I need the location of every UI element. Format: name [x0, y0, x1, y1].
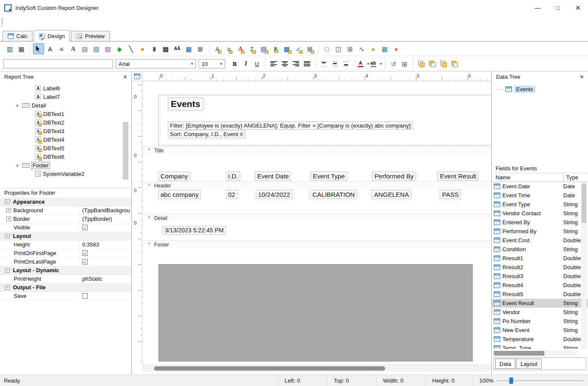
header-label-event-result[interactable]: Event Result	[438, 172, 478, 181]
tab-calc[interactable]: Calc	[3, 31, 33, 41]
image-tool-button[interactable]: ▨	[102, 43, 113, 54]
data-tree-horizontal-scrollbar[interactable]	[494, 350, 577, 356]
property-row-printonlastpage[interactable]: PrintOnLastPage✓	[0, 258, 131, 266]
property-row-printonfirstpage[interactable]: PrintOnFirstPage✓	[0, 249, 131, 258]
shape-tool-button[interactable]: ◆	[114, 43, 125, 54]
checkbox-icon[interactable]: ✓	[82, 225, 88, 230]
tab-layout[interactable]: Layout	[516, 359, 541, 369]
header-label-event-date[interactable]: Event Date	[255, 172, 291, 181]
toolbar-grip[interactable]	[1, 18, 3, 27]
pivot-tool-button[interactable]: ▦	[379, 43, 390, 54]
column-header-type[interactable]: Type	[563, 173, 588, 181]
send-to-back-button[interactable]	[427, 59, 438, 69]
property-row-border[interactable]: +Border(TppBorder)	[0, 215, 131, 223]
bring-forward-button[interactable]	[438, 59, 449, 69]
report-tree-scrollbar[interactable]	[123, 83, 128, 189]
field-row-po-number[interactable]: Po NumberString	[492, 317, 588, 326]
property-row-visible[interactable]: Visible✓	[0, 223, 131, 232]
minimize-button[interactable]: —	[528, 0, 548, 15]
footer-date-label[interactable]: 3/13/2023 5:22:45 PM	[163, 226, 226, 235]
valign-bottom-button[interactable]	[341, 59, 351, 69]
underline-button[interactable]: U	[252, 59, 262, 69]
property-row-save[interactable]: Save	[0, 292, 131, 300]
field-row-condition[interactable]: ConditionString	[492, 245, 588, 254]
barcode-tool-button[interactable]: |||	[148, 43, 160, 54]
tree-item-detail[interactable]: ∨Detail	[0, 101, 131, 110]
sort-label[interactable]: Sort: Company, I.D., Event #	[168, 130, 245, 138]
checkbox-icon[interactable]: ✓	[82, 259, 88, 264]
scrollbar-thumb[interactable]	[123, 122, 128, 180]
property-group-layout-dynamic[interactable]: −Layout - Dynamic	[0, 266, 131, 275]
italic-button[interactable]: I	[241, 59, 251, 69]
bring-to-front-button[interactable]	[416, 59, 427, 69]
header-label-i-d[interactable]: I.D.	[226, 172, 240, 181]
design-canvas[interactable]: Events Filter: [Employee is (exactly) AN…	[143, 81, 491, 365]
property-group-output-file[interactable]: −Output - File	[0, 283, 131, 292]
dbcalc-tool-button[interactable]: Σ	[246, 43, 258, 54]
field-row-event-cost[interactable]: Event CostDouble	[492, 236, 588, 245]
chart-tool-button[interactable]: ●	[137, 43, 148, 54]
tree-expand-icon[interactable]: ∨	[15, 103, 20, 108]
band-collapse-icon[interactable]: ^	[148, 216, 150, 220]
tree-item-footer[interactable]: ∨Footer	[0, 161, 131, 169]
wizard-tool-button[interactable]: ♦	[391, 43, 402, 54]
property-value[interactable]: (TppBorder)	[79, 215, 131, 223]
signal-tool-button[interactable]: ∿	[356, 43, 367, 54]
field-row-rresult2[interactable]: Rresult2Double	[492, 263, 588, 272]
tree-item-dbtext5[interactable]: ADBText5	[0, 144, 131, 152]
checkbox-icon[interactable]	[82, 293, 88, 299]
detail-value-10-24-2022[interactable]: 10/24/2022	[256, 190, 292, 199]
expand-box-icon[interactable]: +	[6, 208, 11, 213]
report-outline-button[interactable]: ▥	[4, 43, 15, 54]
close-icon[interactable]: ×	[580, 74, 584, 80]
expand-box-icon[interactable]: +	[6, 217, 11, 221]
property-group-appearance[interactable]: −Appearance	[0, 198, 131, 206]
select-tool-button[interactable]	[33, 43, 44, 54]
property-value[interactable]: ✓	[79, 249, 131, 257]
band-collapse-icon[interactable]: ^	[148, 148, 150, 153]
scrollbar-thumb[interactable]	[582, 184, 586, 223]
field-row-rresult5[interactable]: Rresult5Double	[492, 290, 588, 299]
dbchart-tool-button[interactable]: ⊠	[304, 43, 315, 54]
align-right-button[interactable]	[291, 59, 301, 69]
grid-tool-button[interactable]: ▦	[183, 43, 194, 54]
field-row-event-date[interactable]: Event DateDate	[492, 182, 588, 191]
dbrichtext-tool-button[interactable]: A	[235, 43, 246, 54]
tree-item-dbtext1[interactable]: ADBText1	[0, 110, 131, 118]
close-button[interactable]: ×	[568, 0, 588, 15]
pagebreak-tool-button[interactable]: ⊞	[344, 43, 356, 54]
field-row-event-result[interactable]: Event ResultString	[492, 299, 588, 308]
dbcheckbox-tool-button[interactable]: ✓	[293, 43, 304, 54]
field-row-rresult3[interactable]: Rresult3Double	[492, 272, 588, 281]
fields-scrollbar[interactable]	[581, 182, 587, 349]
borders-button[interactable]: ⊞	[399, 59, 410, 69]
detail-value-pass[interactable]: PASS	[440, 190, 461, 199]
field-row-temperature[interactable]: TemperatureDouble	[492, 335, 588, 344]
maximize-button[interactable]: □	[548, 0, 568, 15]
dbtext-tool-button[interactable]: A	[212, 43, 223, 54]
property-group-layout[interactable]: −Layout	[0, 232, 131, 241]
property-row-height[interactable]: Height0.3583	[0, 241, 131, 249]
font-name-select[interactable]: Arial ▾	[116, 59, 196, 68]
field-row-new-event[interactable]: New EventString	[492, 326, 588, 335]
subreport-tool-button[interactable]: ◫	[333, 43, 344, 54]
detail-value-angelena[interactable]: ANGELENA	[372, 190, 411, 199]
dbimage-tool-button[interactable]: ▨	[258, 43, 269, 54]
bold-button[interactable]: B	[229, 59, 240, 69]
collapse-box-icon[interactable]: −	[5, 268, 10, 273]
tree-item-events[interactable]: Events	[492, 85, 588, 93]
property-row-printheight[interactable]: PrintHeightphStatic	[0, 275, 131, 283]
memo-tool-button[interactable]: ≡	[56, 43, 67, 54]
tree-item-dbtext6[interactable]: ADBText6	[0, 152, 131, 161]
align-center-button[interactable]	[279, 59, 290, 69]
tree-item-dbtext4[interactable]: ADBText4	[0, 135, 131, 144]
band-collapse-icon[interactable]: ^	[148, 242, 150, 247]
property-value[interactable]	[79, 292, 131, 300]
collapse-box-icon[interactable]: −	[5, 199, 10, 204]
barcode2d-tool-button[interactable]: ▩	[160, 43, 171, 54]
quick-edit-input[interactable]	[3, 59, 113, 68]
detail-value-calibration[interactable]: CALIBRATION	[310, 190, 357, 199]
detail-value-02[interactable]: 02	[226, 190, 238, 199]
field-row-temp-type[interactable]: Temp. TypeString	[492, 344, 588, 349]
field-row-event-type[interactable]: Event TypeString	[492, 200, 588, 209]
